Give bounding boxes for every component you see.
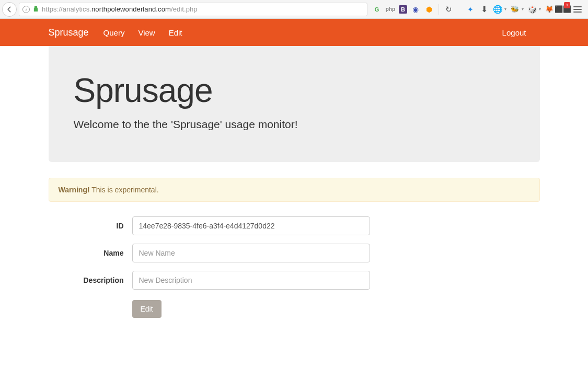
nav-logout[interactable]: Logout [502,28,526,37]
alert-text: This is experimental. [90,186,159,194]
hamburger-menu[interactable] [571,3,584,16]
jumbotron: Sprusage Welcome to the the 'Sprusage' u… [49,46,540,162]
bee-icon[interactable]: 🐝 [510,4,520,15]
bootstrap-icon[interactable]: B [399,5,407,14]
back-button[interactable] [2,2,17,17]
description-label: Description [49,276,132,284]
lock-icon [33,5,39,14]
id-input[interactable] [132,216,370,235]
main-content: Sprusage Welcome to the the 'Sprusage' u… [49,46,540,318]
download-icon[interactable]: ⬇ [479,4,489,15]
edit-form: ID Name Description Edit [49,216,540,318]
address-bar[interactable]: i https://analytics.northpolewonderland.… [19,3,367,16]
chevron-down-icon[interactable]: ▾ [504,7,506,12]
alert-strong: Warning! [59,186,90,194]
name-input[interactable] [132,244,370,262]
edit-button[interactable]: Edit [132,300,162,318]
chevron-down-icon[interactable]: ▾ [539,7,541,12]
wave-icon[interactable]: ◉ [410,4,421,15]
g-icon[interactable]: G [372,4,382,15]
toolbar-right: G php B ◉ ⬢ ↻ ✦ ⬇ 🌐 ▾ 🐝 ▾ 🎲 ▾ 🦊 ⬛⬛ 1 [370,3,586,16]
url-text: https://analytics.northpolewonderland.co… [42,5,198,13]
alert-warning: Warning! This is experimental. [49,178,540,202]
shield-icon[interactable]: ⬢ [424,4,434,15]
php-icon[interactable]: php [385,4,396,15]
brand[interactable]: Sprusage [49,27,89,38]
chevron-down-icon[interactable]: ▾ [522,7,524,12]
nav-view[interactable]: View [138,28,155,37]
page-subtitle: Welcome to the the 'Sprusage' usage moni… [74,118,515,131]
id-label: ID [49,222,132,230]
nav-query[interactable]: Query [103,28,125,37]
description-input[interactable] [132,271,370,290]
app-navbar: Sprusage Query View Edit Logout [0,19,588,46]
fox-icon[interactable]: 🦊 [544,4,555,15]
badge-count: 1 [564,2,570,8]
browser-toolbar: i https://analytics.northpolewonderland.… [0,0,588,19]
nav-edit[interactable]: Edit [169,28,182,37]
info-icon[interactable]: i [22,6,30,13]
reload-button[interactable]: ↻ [443,4,454,15]
notify-icon[interactable]: ⬛⬛ 1 [558,4,568,15]
globe-icon[interactable]: 🌐 [492,4,503,15]
puzzle-icon[interactable]: ✦ [465,4,476,15]
name-label: Name [49,249,132,257]
arrow-left-icon [6,6,13,13]
page-title: Sprusage [74,71,515,110]
dice-icon[interactable]: 🎲 [527,4,537,15]
divider [439,4,439,15]
